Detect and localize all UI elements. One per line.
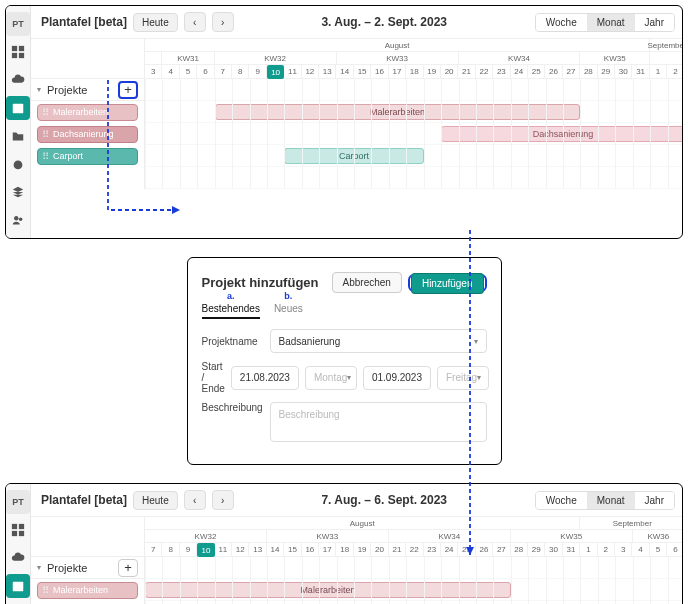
day-label[interactable]: 24: [441, 543, 458, 556]
day-label[interactable]: 9: [180, 543, 197, 556]
view-month[interactable]: Monat: [587, 14, 635, 31]
day-label[interactable]: 5: [180, 65, 197, 78]
day-label[interactable]: 17: [389, 65, 406, 78]
day-label[interactable]: 28: [511, 543, 528, 556]
day-label[interactable]: 11: [284, 65, 301, 78]
projects-group-header[interactable]: ▾ Projekte +: [31, 557, 144, 579]
project-pill[interactable]: Dachsanierung: [37, 126, 138, 143]
users-icon[interactable]: [6, 208, 30, 232]
view-week[interactable]: Woche: [536, 14, 587, 31]
project-row-label[interactable]: Malerarbeiten: [31, 101, 144, 123]
layers-icon[interactable]: [6, 180, 30, 204]
view-year[interactable]: Jahr: [635, 492, 674, 509]
logo-icon[interactable]: PT: [6, 490, 30, 514]
day-label[interactable]: 26: [545, 65, 562, 78]
day-label[interactable]: 1: [580, 543, 597, 556]
day-label[interactable]: 31: [632, 65, 649, 78]
day-label[interactable]: 12: [232, 543, 249, 556]
day-label[interactable]: 13: [319, 65, 336, 78]
drag-handle-icon[interactable]: [42, 151, 49, 162]
day-label[interactable]: 1: [650, 65, 667, 78]
day-label[interactable]: 22: [406, 543, 423, 556]
day-label[interactable]: 11: [215, 543, 232, 556]
day-label[interactable]: 7: [215, 65, 232, 78]
calendar-icon[interactable]: [6, 574, 30, 598]
tab-new[interactable]: b. Neues: [274, 303, 303, 319]
day-label[interactable]: 14: [336, 65, 353, 78]
view-week[interactable]: Woche: [536, 492, 587, 509]
day-label[interactable]: 9: [249, 65, 266, 78]
day-label[interactable]: 2: [667, 65, 683, 78]
day-label[interactable]: 13: [249, 543, 266, 556]
day-label[interactable]: 20: [441, 65, 458, 78]
view-month[interactable]: Monat: [587, 492, 635, 509]
day-label[interactable]: 15: [284, 543, 301, 556]
projects-group-header[interactable]: ▾ Projekte +: [31, 79, 144, 101]
day-label[interactable]: 23: [493, 65, 510, 78]
day-label[interactable]: 4: [162, 65, 179, 78]
drag-handle-icon[interactable]: [42, 585, 49, 596]
project-pill[interactable]: Malerarbeiten: [37, 104, 138, 121]
day-label[interactable]: 21: [389, 543, 406, 556]
day-label[interactable]: 6: [197, 65, 214, 78]
end-dow-select[interactable]: Freitag▾: [437, 366, 489, 390]
description-input[interactable]: Beschreibung: [270, 402, 487, 442]
next-button[interactable]: ›: [212, 12, 234, 32]
day-label[interactable]: 27: [563, 65, 580, 78]
day-label[interactable]: 21: [458, 65, 475, 78]
day-label[interactable]: 25: [528, 65, 545, 78]
day-label[interactable]: 5: [650, 543, 667, 556]
day-label[interactable]: 29: [598, 65, 615, 78]
next-button[interactable]: ›: [212, 490, 234, 510]
day-label[interactable]: 26: [476, 543, 493, 556]
add-project-button[interactable]: +: [118, 81, 138, 99]
day-label[interactable]: 17: [319, 543, 336, 556]
calendar-icon[interactable]: [6, 96, 30, 120]
folder-icon[interactable]: [6, 124, 30, 148]
dashboard-icon[interactable]: [6, 518, 30, 542]
day-label[interactable]: 22: [476, 65, 493, 78]
project-row-label[interactable]: Malerarbeiten: [31, 579, 144, 601]
day-label[interactable]: 24: [511, 65, 528, 78]
day-label[interactable]: 19: [424, 65, 441, 78]
day-label[interactable]: 27: [493, 543, 510, 556]
day-label[interactable]: 19: [354, 543, 371, 556]
day-label[interactable]: 8: [232, 65, 249, 78]
tab-existing[interactable]: a. Bestehendes: [202, 303, 260, 319]
day-label[interactable]: 16: [302, 543, 319, 556]
gantt-bar[interactable]: Dachsanierung: [441, 126, 683, 142]
day-label[interactable]: 2: [598, 543, 615, 556]
day-label[interactable]: 12: [302, 65, 319, 78]
cloud-icon[interactable]: [6, 68, 30, 92]
project-pill[interactable]: Malerarbeiten: [37, 582, 138, 599]
day-label[interactable]: 28: [580, 65, 597, 78]
project-row-label[interactable]: Dachsanierung: [31, 123, 144, 145]
day-label[interactable]: 29: [528, 543, 545, 556]
day-label[interactable]: 30: [615, 65, 632, 78]
gantt-bar[interactable]: Malerarbeiten: [145, 582, 511, 598]
project-name-select[interactable]: Badsanierung▾: [270, 329, 487, 353]
day-label[interactable]: 23: [424, 543, 441, 556]
day-label[interactable]: 3: [615, 543, 632, 556]
end-date-input[interactable]: 01.09.2023: [363, 366, 431, 390]
dashboard-icon[interactable]: [6, 40, 30, 64]
prev-button[interactable]: ‹: [184, 12, 206, 32]
cancel-button[interactable]: Abbrechen: [332, 272, 402, 293]
cloud-icon[interactable]: [6, 546, 30, 570]
day-label[interactable]: 7: [145, 543, 162, 556]
day-label[interactable]: 3: [145, 65, 162, 78]
day-label[interactable]: 20: [371, 543, 388, 556]
day-label[interactable]: 18: [336, 543, 353, 556]
day-label[interactable]: 8: [162, 543, 179, 556]
day-label[interactable]: 25: [458, 543, 475, 556]
day-label[interactable]: 30: [545, 543, 562, 556]
timer-icon[interactable]: [6, 152, 30, 176]
project-pill[interactable]: Carport: [37, 148, 138, 165]
day-label[interactable]: 6: [667, 543, 683, 556]
add-project-button[interactable]: +: [118, 559, 138, 577]
view-year[interactable]: Jahr: [635, 14, 674, 31]
day-label[interactable]: 15: [354, 65, 371, 78]
today-button[interactable]: Heute: [133, 491, 178, 510]
drag-handle-icon[interactable]: [42, 107, 49, 118]
today-button[interactable]: Heute: [133, 13, 178, 32]
